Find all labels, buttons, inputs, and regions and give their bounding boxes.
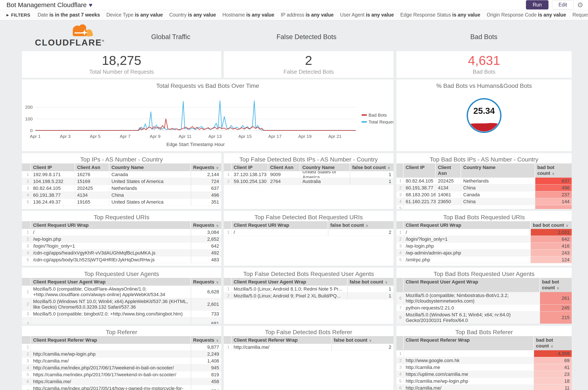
gear-icon[interactable]: ⚙	[577, 1, 583, 8]
table-cell[interactable]: http://camilia.me/wp-login.php	[403, 378, 534, 385]
table-cell[interactable]: http://camilia.me/	[403, 385, 534, 390]
table-cell[interactable]: Canada	[461, 191, 535, 198]
table-cell[interactable]: 144	[535, 198, 572, 205]
table-cell[interactable]: Mozilla/5.0 (compatible; CloudFlare-Alwa…	[31, 286, 191, 298]
table-cell[interactable]: http://camilia.me/index.php/2017/05/14/h…	[31, 385, 191, 390]
table-cell[interactable]: 15169	[75, 178, 109, 185]
table-cell[interactable]: 60.191.38.77	[403, 185, 436, 191]
table-cell[interactable]: United States of America	[109, 178, 191, 185]
column-header[interactable]: Requests∨	[191, 278, 221, 286]
column-header[interactable]: Country Name	[300, 163, 350, 171]
table-cell[interactable]	[461, 205, 535, 209]
filters-expander[interactable]: ▶ FILTERS	[6, 12, 30, 18]
table-cell[interactable]: 3,084	[191, 229, 221, 236]
column-header[interactable]: Client Request URI Wrap	[31, 221, 191, 229]
table-cell[interactable]: 245	[540, 304, 572, 311]
filter-chip[interactable]: Device Type is any value	[106, 12, 163, 18]
column-header[interactable]: false bot count∨	[347, 278, 393, 286]
table-cell[interactable]: 724	[191, 178, 221, 185]
table-cell[interactable]: http://camilia.me/wp-login.php	[31, 351, 191, 357]
table-cell[interactable]: 642	[531, 236, 572, 243]
column-header[interactable]: Client Asn	[75, 163, 109, 171]
table-cell[interactable]: 261	[540, 292, 572, 304]
table-cell[interactable]: 637	[535, 178, 572, 184]
table-cell[interactable]: 1	[350, 171, 393, 178]
table-cell[interactable]: /cdn-cgi/apps/head/xVgyKhR-vV3dAUGhMqfBc…	[31, 249, 191, 256]
table-cell[interactable]: /	[403, 229, 531, 236]
table-cell[interactable]: 215	[540, 311, 572, 324]
table-cell[interactable]: 4,359	[534, 350, 572, 357]
table-cell[interactable]: /wp-login.php	[403, 243, 531, 249]
table-cell[interactable]: 104.198.5.232	[31, 178, 75, 185]
column-header[interactable]: false bot count∨	[332, 336, 393, 344]
table-cell[interactable]: 9,877	[191, 344, 221, 350]
table-cell[interactable]: https://camilia.me/	[31, 378, 191, 385]
table-cell[interactable]: 2764	[268, 178, 300, 185]
column-header[interactable]: Client IP	[232, 163, 268, 171]
table-cell[interactable]: /login/?login_only=1	[403, 236, 531, 243]
table-cell[interactable]: 496	[535, 185, 572, 191]
column-header[interactable]: Client Request User Agent Wrap	[232, 278, 347, 286]
table-cell[interactable]: 4134	[75, 192, 109, 198]
column-header[interactable]: Requests∨	[191, 163, 221, 171]
table-cell[interactable]: United States of America	[300, 171, 350, 178]
table-cell[interactable]	[403, 350, 534, 357]
table-cell[interactable]: Mozilla/5.0 (Linux; Android 9; Pixel 2 X…	[232, 292, 347, 299]
table-cell[interactable]: 23	[534, 371, 572, 378]
table-cell[interactable]: Netherlands	[109, 185, 191, 192]
table-cell[interactable]: Mozilla/5.0 (Windows NT 10.0; Win64; x64…	[31, 298, 191, 310]
table-cell[interactable]: 16276	[75, 171, 109, 178]
table-cell[interactable]: /wp-admin/admin-ajax.php	[403, 249, 531, 256]
table-cell[interactable]: 819	[191, 371, 221, 378]
table-cell[interactable]: Mozilla/5.0 (compatible; Nimbostratus-Bo…	[403, 292, 540, 304]
table-cell[interactable]: 2,144	[191, 171, 221, 178]
table-cell[interactable]: China	[461, 185, 535, 191]
table-cell[interactable]: Canada	[109, 171, 191, 178]
table-cell[interactable]: 458	[191, 378, 221, 385]
table-cell[interactable]: http://camilia.me/	[232, 344, 332, 350]
table-cell[interactable]: 69	[534, 357, 572, 364]
table-cell[interactable]: 733	[191, 311, 221, 317]
filter-chip[interactable]: User Agent is any value	[340, 12, 394, 18]
filter-chip[interactable]: Request URI is any value	[573, 12, 588, 18]
line-chart[interactable]: 0100200Apr 1Apr 3Apr 5Apr 7Apr 9Apr 11Ap…	[22, 90, 393, 150]
table-cell[interactable]: 68.183.200.167	[403, 191, 436, 198]
table-cell[interactable]: https://uptime.com/camilia.me	[403, 371, 534, 378]
table-cell[interactable]: 642	[191, 243, 221, 249]
table-cell[interactable]: 1	[347, 286, 393, 292]
table-cell[interactable]: 80.82.64.105	[31, 185, 75, 192]
table-cell[interactable]: /	[31, 229, 191, 236]
column-header[interactable]: Country Name	[461, 163, 535, 178]
table-cell[interactable]: 60.191.38.77	[31, 192, 75, 198]
column-header[interactable]: false bot count∨	[350, 163, 393, 171]
table-cell[interactable]: 18	[534, 378, 572, 385]
table-cell[interactable]: 483	[191, 256, 221, 263]
table-cell[interactable]: 2,249	[191, 351, 221, 357]
table-cell[interactable]: 59.100.254.130	[232, 178, 268, 185]
table-cell[interactable]: 681	[191, 317, 221, 324]
table-cell[interactable]: https://camilia.me/index.php/2017/06/17/…	[31, 371, 191, 378]
table-cell[interactable]: http://camilia.me	[403, 364, 534, 371]
column-header[interactable]: Requests∨	[191, 221, 221, 229]
column-header[interactable]: Country Name	[109, 163, 191, 171]
table-cell[interactable]	[31, 344, 191, 350]
table-cell[interactable]: 351	[191, 199, 221, 205]
table-cell[interactable]: http://camilia.me/index.php/2017/06/17/w…	[31, 364, 191, 371]
column-header[interactable]: Client Request Referer Wrap	[403, 336, 534, 350]
column-header[interactable]: bad bot count∨	[534, 336, 572, 350]
table-cell[interactable]: 61.160.221.73	[403, 198, 436, 205]
table-cell[interactable]: Mozilla/5.0 (Linux; Android 8.1.0; Redmi…	[232, 286, 347, 292]
table-cell[interactable]: 11	[534, 385, 572, 390]
table-cell[interactable]: 2,652	[191, 236, 221, 243]
column-header[interactable]: Client Request User Agent Wrap	[31, 278, 191, 286]
table-cell[interactable]: 2	[332, 344, 393, 350]
table-cell[interactable]: 492	[191, 249, 221, 256]
filter-chip[interactable]: Country is any value	[169, 12, 216, 18]
column-header[interactable]: Client Request Referer Wrap	[31, 336, 191, 344]
filter-chip[interactable]: Hostname is any value	[222, 12, 274, 18]
table-cell[interactable]	[436, 205, 461, 209]
table-cell[interactable]: 416	[531, 243, 572, 249]
table-cell[interactable]: 41	[534, 364, 572, 371]
filter-chip[interactable]: Edge Response Status is any value	[400, 12, 480, 18]
table-cell[interactable]: 284	[191, 385, 221, 390]
